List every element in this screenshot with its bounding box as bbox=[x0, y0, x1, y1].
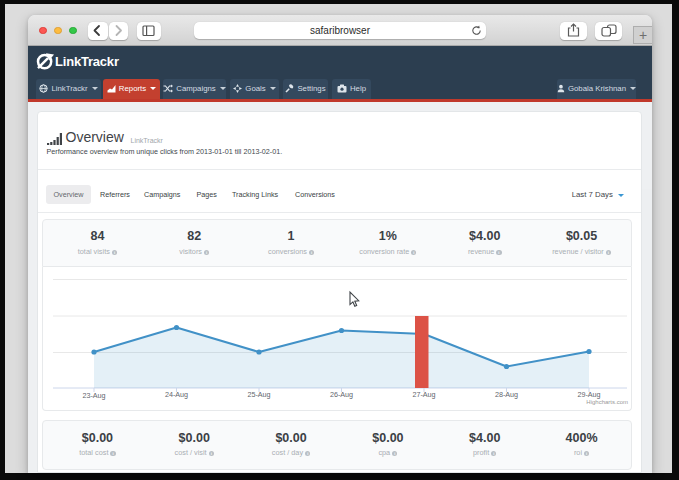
svg-text:29-Aug: 29-Aug bbox=[577, 390, 600, 399]
svg-text:23-Aug: 23-Aug bbox=[82, 391, 105, 400]
svg-text:24-Aug: 24-Aug bbox=[165, 390, 188, 399]
svg-text:28-Aug: 28-Aug bbox=[495, 390, 518, 399]
svg-text:26-Aug: 26-Aug bbox=[330, 390, 353, 399]
svg-text:Highcharts.com: Highcharts.com bbox=[586, 399, 628, 405]
svg-text:27-Aug: 27-Aug bbox=[412, 390, 435, 399]
svg-text:25-Aug: 25-Aug bbox=[247, 390, 270, 399]
